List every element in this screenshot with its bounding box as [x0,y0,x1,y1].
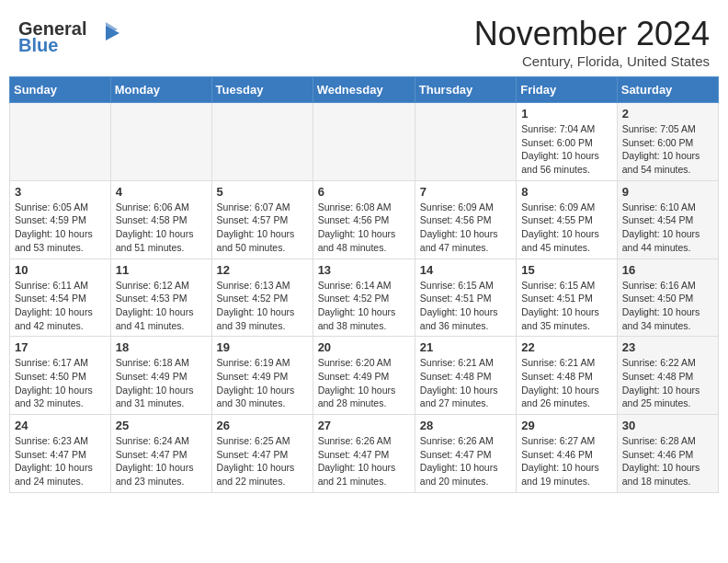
day-number: 12 [217,263,308,277]
day-info: Sunrise: 6:07 AM Sunset: 4:57 PM Dayligh… [217,201,308,255]
calendar-cell: 25Sunrise: 6:24 AM Sunset: 4:47 PM Dayli… [110,415,211,493]
th-wednesday: Wednesday [313,77,415,103]
calendar-cell: 16Sunrise: 6:16 AM Sunset: 4:50 PM Dayli… [617,259,718,337]
day-info: Sunrise: 6:08 AM Sunset: 4:56 PM Dayligh… [318,201,410,255]
calendar-cell: 10Sunrise: 6:11 AM Sunset: 4:54 PM Dayli… [10,259,111,337]
day-number: 4 [116,185,207,199]
weekday-row: Sunday Monday Tuesday Wednesday Thursday… [10,77,719,103]
day-number: 22 [521,340,612,354]
calendar-cell: 1Sunrise: 7:04 AM Sunset: 6:00 PM Daylig… [517,103,618,181]
day-number: 1 [521,107,612,121]
day-number: 16 [622,263,713,277]
day-number: 11 [116,263,207,277]
day-info: Sunrise: 6:14 AM Sunset: 4:52 PM Dayligh… [318,279,410,333]
day-info: Sunrise: 6:11 AM Sunset: 4:54 PM Dayligh… [15,279,106,333]
calendar-cell [10,103,111,181]
day-number: 10 [15,263,106,277]
th-monday: Monday [110,77,211,103]
calendar-cell: 15Sunrise: 6:15 AM Sunset: 4:51 PM Dayli… [517,259,618,337]
day-number: 28 [420,419,511,432]
calendar-cell: 6Sunrise: 6:08 AM Sunset: 4:56 PM Daylig… [313,180,415,259]
day-info: Sunrise: 6:26 AM Sunset: 4:47 PM Dayligh… [318,434,410,488]
day-number: 6 [318,185,410,199]
day-number: 27 [318,419,410,432]
logo-text-block: General Blue [18,15,119,59]
location: Century, Florida, United States [474,53,710,69]
th-sunday: Sunday [10,77,111,103]
day-info: Sunrise: 6:19 AM Sunset: 4:49 PM Dayligh… [217,356,308,410]
day-info: Sunrise: 6:17 AM Sunset: 4:50 PM Dayligh… [15,356,106,410]
calendar-cell: 11Sunrise: 6:12 AM Sunset: 4:53 PM Dayli… [110,259,211,337]
day-number: 19 [217,340,308,354]
day-number: 18 [116,340,207,354]
day-number: 20 [318,340,410,354]
day-number: 5 [217,185,308,199]
day-info: Sunrise: 6:26 AM Sunset: 4:47 PM Dayligh… [420,434,511,488]
calendar-cell [313,103,415,181]
calendar-cell: 14Sunrise: 6:15 AM Sunset: 4:51 PM Dayli… [415,259,516,337]
logo: General Blue [18,15,119,59]
th-saturday: Saturday [617,77,718,103]
calendar-cell: 29Sunrise: 6:27 AM Sunset: 4:46 PM Dayli… [517,415,618,493]
calendar-header: Sunday Monday Tuesday Wednesday Thursday… [10,77,719,103]
day-info: Sunrise: 7:05 AM Sunset: 6:00 PM Dayligh… [622,122,713,177]
calendar-row-4: 17Sunrise: 6:17 AM Sunset: 4:50 PM Dayli… [10,337,719,415]
day-number: 15 [521,263,612,277]
day-info: Sunrise: 6:21 AM Sunset: 4:48 PM Dayligh… [420,356,511,410]
day-info: Sunrise: 6:24 AM Sunset: 4:47 PM Dayligh… [116,434,207,488]
day-info: Sunrise: 6:22 AM Sunset: 4:48 PM Dayligh… [622,356,713,410]
calendar-cell: 2Sunrise: 7:05 AM Sunset: 6:00 PM Daylig… [617,103,718,181]
calendar-row-3: 10Sunrise: 6:11 AM Sunset: 4:54 PM Dayli… [10,259,719,337]
day-number: 24 [15,419,106,432]
calendar-cell: 20Sunrise: 6:20 AM Sunset: 4:49 PM Dayli… [313,337,415,415]
calendar-cell: 22Sunrise: 6:21 AM Sunset: 4:48 PM Dayli… [517,337,618,415]
calendar-cell [110,103,211,181]
calendar-cell: 4Sunrise: 6:06 AM Sunset: 4:58 PM Daylig… [110,180,211,259]
day-info: Sunrise: 6:13 AM Sunset: 4:52 PM Dayligh… [217,279,308,333]
calendar-cell: 8Sunrise: 6:09 AM Sunset: 4:55 PM Daylig… [517,180,618,259]
day-number: 26 [217,419,308,432]
day-info: Sunrise: 6:09 AM Sunset: 4:56 PM Dayligh… [420,201,511,255]
th-friday: Friday [517,77,618,103]
calendar-cell [415,103,516,181]
calendar-cell: 26Sunrise: 6:25 AM Sunset: 4:47 PM Dayli… [211,415,313,493]
day-info: Sunrise: 6:27 AM Sunset: 4:46 PM Dayligh… [521,434,612,488]
day-number: 17 [15,340,106,354]
calendar-cell [211,103,313,181]
header: General Blue November 2024 Century, Flor… [0,0,728,76]
day-number: 13 [318,263,410,277]
calendar-table: Sunday Monday Tuesday Wednesday Thursday… [9,76,719,493]
day-number: 25 [116,419,207,432]
page-wrapper: General Blue November 2024 Century, Flor… [0,0,728,502]
calendar-cell: 27Sunrise: 6:26 AM Sunset: 4:47 PM Dayli… [313,415,415,493]
day-info: Sunrise: 6:06 AM Sunset: 4:58 PM Dayligh… [116,201,207,255]
day-info: Sunrise: 6:18 AM Sunset: 4:49 PM Dayligh… [116,356,207,410]
calendar-cell: 21Sunrise: 6:21 AM Sunset: 4:48 PM Dayli… [415,337,516,415]
calendar-container: Sunday Monday Tuesday Wednesday Thursday… [0,76,728,502]
calendar-row-1: 1Sunrise: 7:04 AM Sunset: 6:00 PM Daylig… [10,103,719,181]
day-number: 3 [15,185,106,199]
day-info: Sunrise: 6:25 AM Sunset: 4:47 PM Dayligh… [217,434,308,488]
calendar-cell: 12Sunrise: 6:13 AM Sunset: 4:52 PM Dayli… [211,259,313,337]
th-tuesday: Tuesday [211,77,313,103]
calendar-row-2: 3Sunrise: 6:05 AM Sunset: 4:59 PM Daylig… [10,180,719,259]
day-number: 7 [420,185,511,199]
calendar-cell: 28Sunrise: 6:26 AM Sunset: 4:47 PM Dayli… [415,415,516,493]
day-number: 23 [622,340,713,354]
day-number: 8 [521,185,612,199]
day-info: Sunrise: 6:16 AM Sunset: 4:50 PM Dayligh… [622,279,713,333]
calendar-body: 1Sunrise: 7:04 AM Sunset: 6:00 PM Daylig… [10,103,719,493]
day-number: 21 [420,340,511,354]
day-number: 2 [622,107,713,121]
day-info: Sunrise: 6:12 AM Sunset: 4:53 PM Dayligh… [116,279,207,333]
day-info: Sunrise: 6:15 AM Sunset: 4:51 PM Dayligh… [521,279,612,333]
calendar-cell: 3Sunrise: 6:05 AM Sunset: 4:59 PM Daylig… [10,180,111,259]
calendar-cell: 30Sunrise: 6:28 AM Sunset: 4:46 PM Dayli… [617,415,718,493]
day-info: Sunrise: 6:10 AM Sunset: 4:54 PM Dayligh… [622,201,713,255]
day-info: Sunrise: 6:21 AM Sunset: 4:48 PM Dayligh… [521,356,612,410]
calendar-cell: 7Sunrise: 6:09 AM Sunset: 4:56 PM Daylig… [415,180,516,259]
calendar-cell: 19Sunrise: 6:19 AM Sunset: 4:49 PM Dayli… [211,337,313,415]
title-block: November 2024 Century, Florida, United S… [474,15,710,69]
day-number: 30 [622,419,713,432]
day-info: Sunrise: 7:04 AM Sunset: 6:00 PM Dayligh… [521,122,612,177]
